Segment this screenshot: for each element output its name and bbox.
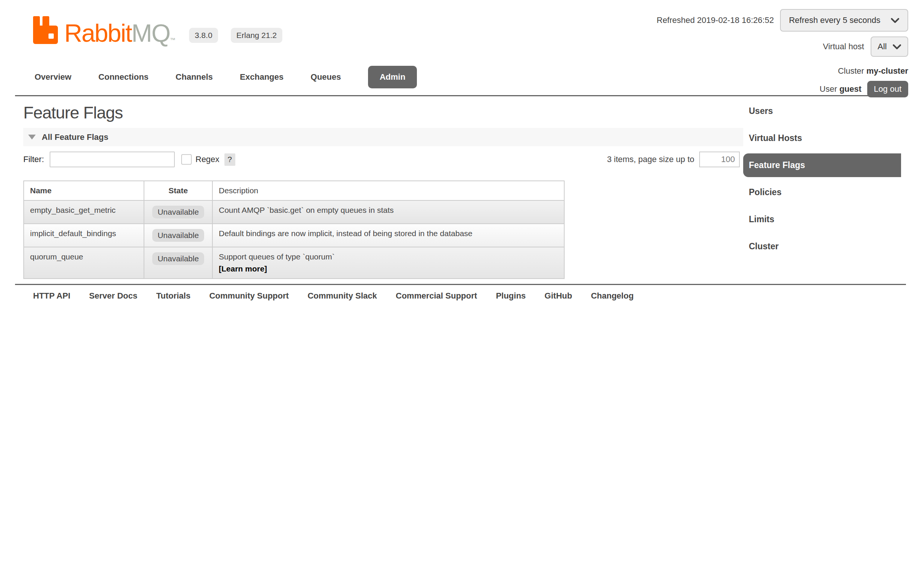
column-header-state: State bbox=[144, 181, 212, 200]
flag-description: Support queues of type `quorum` bbox=[219, 252, 335, 261]
rabbitmq-rabbit-icon bbox=[32, 15, 59, 45]
filter-help-icon[interactable]: ? bbox=[224, 153, 235, 166]
regex-checkbox[interactable] bbox=[181, 154, 192, 165]
table-row: implicit_default_bindings Unavailable De… bbox=[24, 224, 564, 247]
header-controls: Refreshed 2019-02-18 16:26:52 Refresh ev… bbox=[657, 9, 908, 97]
status-badge: Unavailable bbox=[152, 229, 204, 242]
admin-sidebar: Users Virtual Hosts Feature Flags Polici… bbox=[743, 96, 924, 262]
filter-bar: Filter: Regex ? 3 items, page size up to bbox=[23, 151, 743, 168]
rabbitmq-wordmark: RabbitMQ™ bbox=[64, 21, 176, 45]
learn-more-link[interactable]: [Learn more] bbox=[219, 264, 267, 273]
cluster-name: my-cluster bbox=[866, 66, 908, 76]
filter-label: Filter: bbox=[23, 155, 44, 164]
footer-link-community-slack[interactable]: Community Slack bbox=[307, 291, 377, 301]
tab-channels[interactable]: Channels bbox=[176, 72, 213, 82]
refresh-interval-select[interactable]: Refresh every 5 seconds bbox=[780, 9, 908, 32]
flag-name: quorum_queue bbox=[24, 247, 144, 279]
sidebar-item-feature-flags[interactable]: Feature Flags bbox=[743, 153, 901, 177]
tab-admin[interactable]: Admin bbox=[368, 66, 417, 88]
pagination: 3 items, page size up to bbox=[607, 152, 740, 167]
footer-link-tutorials[interactable]: Tutorials bbox=[156, 291, 190, 301]
main-nav: Overview Connections Channels Exchanges … bbox=[35, 66, 417, 88]
sidebar-item-policies[interactable]: Policies bbox=[743, 180, 901, 204]
footer-link-plugins[interactable]: Plugins bbox=[496, 291, 526, 301]
tab-overview[interactable]: Overview bbox=[35, 72, 71, 82]
table-row: quorum_queue Unavailable Support queues … bbox=[24, 247, 564, 279]
sidebar-item-limits[interactable]: Limits bbox=[743, 208, 901, 231]
chevron-down-icon bbox=[891, 18, 899, 23]
footer-link-commercial-support[interactable]: Commercial Support bbox=[396, 291, 477, 301]
sidebar-item-users[interactable]: Users bbox=[743, 99, 901, 123]
content-area: Feature Flags All Feature Flags Filter: … bbox=[0, 96, 924, 279]
user-info: User guest Log out bbox=[819, 81, 908, 97]
tab-exchanges[interactable]: Exchanges bbox=[240, 72, 283, 82]
flag-description: Default bindings are now implicit, inste… bbox=[212, 224, 564, 247]
sidebar-item-virtual-hosts[interactable]: Virtual Hosts bbox=[743, 126, 901, 150]
refresh-row: Refreshed 2019-02-18 16:26:52 Refresh ev… bbox=[657, 9, 908, 32]
status-badge: Unavailable bbox=[152, 252, 204, 265]
tab-connections[interactable]: Connections bbox=[98, 72, 148, 82]
footer-link-changelog[interactable]: Changelog bbox=[591, 291, 634, 301]
server-version-badge: 3.8.0 bbox=[189, 28, 218, 43]
virtual-host-label: Virtual host bbox=[823, 42, 864, 52]
footer-link-community-support[interactable]: Community Support bbox=[209, 291, 289, 301]
filter-input[interactable] bbox=[50, 152, 175, 167]
logout-button[interactable]: Log out bbox=[867, 81, 908, 97]
column-header-name: Name bbox=[24, 181, 144, 200]
version-badges: 3.8.0 Erlang 21.2 bbox=[189, 28, 282, 43]
footer-link-http-api[interactable]: HTTP API bbox=[33, 291, 70, 301]
trademark-symbol: ™ bbox=[170, 36, 176, 43]
tab-queues[interactable]: Queues bbox=[311, 72, 341, 82]
status-badge: Unavailable bbox=[152, 206, 204, 218]
refreshed-timestamp: Refreshed 2019-02-18 16:26:52 bbox=[657, 15, 774, 25]
main-content: Feature Flags All Feature Flags Filter: … bbox=[0, 96, 743, 279]
flag-name: empty_basic_get_metric bbox=[24, 200, 144, 224]
flag-name: implicit_default_bindings bbox=[24, 224, 144, 247]
page-title: Feature Flags bbox=[23, 103, 743, 122]
footer-links: HTTP API Server Docs Tutorials Community… bbox=[0, 285, 924, 301]
items-count-text: 3 items, page size up to bbox=[607, 155, 694, 164]
collapse-triangle-icon bbox=[28, 135, 36, 139]
flag-description: Count AMQP `basic.get` on empty queues i… bbox=[212, 200, 564, 224]
footer-link-github[interactable]: GitHub bbox=[545, 291, 572, 301]
page-footer: HTTP API Server Docs Tutorials Community… bbox=[0, 284, 924, 301]
rabbitmq-logo[interactable]: RabbitMQ™ 3.8.0 Erlang 21.2 bbox=[32, 15, 282, 45]
table-row: empty_basic_get_metric Unavailable Count… bbox=[24, 200, 564, 224]
feature-flags-table: Name State Description empty_basic_get_m… bbox=[23, 180, 565, 279]
sidebar-item-cluster[interactable]: Cluster bbox=[743, 235, 901, 258]
footer-link-server-docs[interactable]: Server Docs bbox=[89, 291, 137, 301]
virtual-host-select[interactable]: All bbox=[871, 36, 908, 57]
virtual-host-row: Virtual host All bbox=[823, 36, 908, 57]
page-size-input[interactable] bbox=[699, 152, 740, 167]
user-name: guest bbox=[839, 84, 862, 94]
column-header-description: Description bbox=[212, 181, 564, 200]
chevron-down-icon bbox=[893, 44, 901, 49]
regex-label: Regex bbox=[195, 155, 220, 164]
section-title: All Feature Flags bbox=[42, 132, 108, 142]
cluster-info: Cluster my-cluster bbox=[838, 66, 908, 76]
all-feature-flags-section-toggle[interactable]: All Feature Flags bbox=[23, 128, 743, 146]
erlang-version-badge: Erlang 21.2 bbox=[231, 28, 282, 43]
table-header-row: Name State Description bbox=[24, 181, 564, 200]
page-header: RabbitMQ™ 3.8.0 Erlang 21.2 Refreshed 20… bbox=[0, 0, 924, 95]
